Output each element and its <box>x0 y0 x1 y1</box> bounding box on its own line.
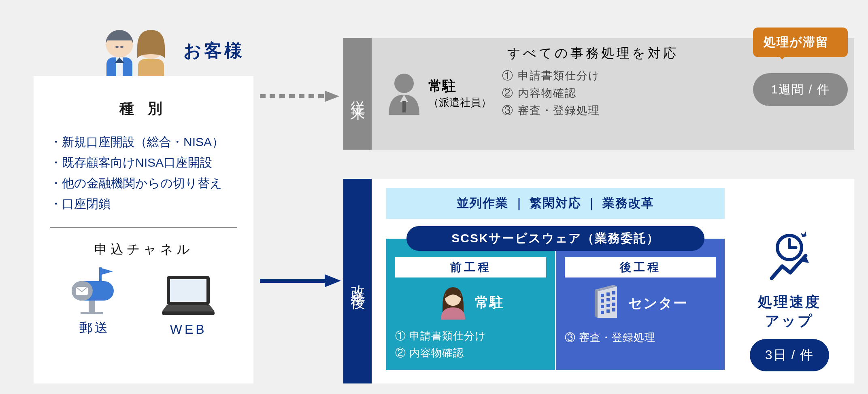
improved-cards: 前工程 常駐 <box>386 239 725 370</box>
businessman-icon <box>385 70 423 117</box>
speed-line1: 処理速度 <box>758 294 821 309</box>
improved-body: 並列作業 ｜ 繁閑対応 ｜ 業務改革 SCSKサービスウェア（業務委託） 前工程 <box>372 179 854 383</box>
laptop-icon <box>158 269 219 317</box>
svg-rect-31 <box>606 292 610 296</box>
svg-rect-14 <box>81 312 103 314</box>
channel-web-label: WEB <box>158 322 219 337</box>
staff-sub: （派遣社員） <box>428 95 491 110</box>
svg-point-23 <box>394 74 414 93</box>
task-item: ① 申請書類仕分け <box>502 67 600 85</box>
back-process-head: 後工程 <box>565 257 716 277</box>
svg-rect-4 <box>115 46 119 48</box>
svg-rect-41 <box>612 308 615 311</box>
svg-rect-25 <box>402 101 406 112</box>
channel-row: 郵送 WEB <box>50 266 237 337</box>
svg-marker-20 <box>325 91 339 102</box>
improved-label: 改善後 <box>343 179 372 383</box>
svg-marker-22 <box>325 274 341 287</box>
front-process-card: 前工程 常駐 <box>386 239 555 370</box>
scsk-title: SCSKサービスウェア（業務委託） <box>406 226 704 251</box>
task-item: ③ 審査・登録処理 <box>502 102 600 119</box>
diagram-canvas: お客様 種 別 新規口座開設（総合・NISA） 既存顧客向けNISA <box>12 12 868 394</box>
svg-marker-29 <box>595 290 598 318</box>
svg-rect-18 <box>162 311 215 315</box>
svg-rect-16 <box>170 279 206 302</box>
svg-rect-37 <box>606 304 610 307</box>
improved-panel: 改善後 並列作業 ｜ 繁閑対応 ｜ 業務改革 SCSKサービスウェア（業務委託）… <box>343 179 854 383</box>
back-process-label: センター <box>628 294 688 313</box>
task-item: ② 内容物確認 <box>502 85 600 102</box>
mailbox-icon <box>68 266 121 314</box>
back-process-tasks: ③ 審査・登録処理 <box>565 329 716 346</box>
customer-title: お客様 <box>183 39 245 63</box>
divider <box>50 227 237 228</box>
channel-mail: 郵送 <box>68 266 121 337</box>
channel-web: WEB <box>158 269 219 337</box>
staff-title: 常駐 <box>428 78 456 93</box>
customer-card: 種 別 新規口座開設（総合・NISA） 既存顧客向けNISA口座開設 他の金融機… <box>34 76 253 383</box>
svg-marker-17 <box>162 305 215 311</box>
arrow-to-conventional-icon <box>260 88 341 104</box>
svg-rect-32 <box>612 291 615 294</box>
type-item: 口座閉鎖 <box>50 193 237 214</box>
type-list: 新規口座開設（総合・NISA） 既存顧客向けNISA口座開設 他の金融機関からの… <box>50 131 237 214</box>
conventional-body: すべての事務処理を対応 常駐 （派遣社員） <box>372 38 854 150</box>
svg-rect-35 <box>612 297 615 300</box>
conventional-tasks: ① 申請書類仕分け ② 内容物確認 ③ 審査・登録処理 <box>502 67 600 120</box>
task-item: ③ 審査・登録処理 <box>565 329 716 346</box>
svg-rect-33 <box>601 299 604 303</box>
svg-marker-27 <box>598 286 617 318</box>
conventional-badge: 処理が滞留 1週間 / 件 <box>753 28 848 106</box>
conventional-duration-pill: 1週間 / 件 <box>753 73 848 106</box>
svg-marker-45 <box>801 231 806 237</box>
svg-rect-13 <box>89 301 95 313</box>
improved-side: 処理速度 アップ 3日 / 件 <box>737 188 842 374</box>
speed-line2: アップ <box>765 313 814 328</box>
svg-rect-30 <box>601 294 604 297</box>
back-process-card: 後工程 <box>556 239 725 370</box>
svg-rect-36 <box>601 305 604 308</box>
improved-duration-pill: 3日 / 件 <box>750 339 829 371</box>
svg-marker-9 <box>102 268 113 275</box>
channel-title: 申込チャネル <box>50 241 237 258</box>
speed-clock-icon <box>761 227 818 286</box>
type-item: 既存顧客向けNISA口座開設 <box>50 152 237 173</box>
customer-panel: お客様 種 別 新規口座開設（総合・NISA） 既存顧客向けNISA <box>34 23 253 383</box>
front-process-label: 常駐 <box>475 293 504 312</box>
type-item: 新規口座開設（総合・NISA） <box>50 131 237 152</box>
task-item: ② 内容物確認 <box>395 345 546 362</box>
improved-strip: 並列作業 ｜ 繁閑対応 ｜ 業務改革 <box>386 188 725 219</box>
svg-rect-39 <box>601 311 604 314</box>
svg-rect-38 <box>612 303 615 306</box>
type-item: 他の金融機関からの切り替え <box>50 173 237 193</box>
channel-mail-label: 郵送 <box>68 319 121 337</box>
arrow-to-improved-icon <box>260 273 341 289</box>
svg-rect-34 <box>606 298 610 301</box>
front-process-head: 前工程 <box>395 257 546 277</box>
type-title: 種 別 <box>50 99 237 119</box>
stagnation-callout: 処理が滞留 <box>753 28 848 57</box>
building-icon <box>593 284 622 323</box>
conventional-staff: 常駐 （派遣社員） <box>385 70 491 117</box>
speed-text: 処理速度 アップ <box>758 292 821 330</box>
woman-icon <box>438 284 468 321</box>
improved-main: 並列作業 ｜ 繁閑対応 ｜ 業務改革 SCSKサービスウェア（業務委託） 前工程 <box>386 188 725 374</box>
front-process-tasks: ① 申請書類仕分け ② 内容物確認 <box>395 328 546 361</box>
svg-rect-40 <box>606 309 610 313</box>
svg-rect-5 <box>120 46 123 48</box>
conventional-panel: 従来 すべての事務処理を対応 常駐 （派遣社員） <box>343 38 854 150</box>
task-item: ① 申請書類仕分け <box>395 328 546 345</box>
